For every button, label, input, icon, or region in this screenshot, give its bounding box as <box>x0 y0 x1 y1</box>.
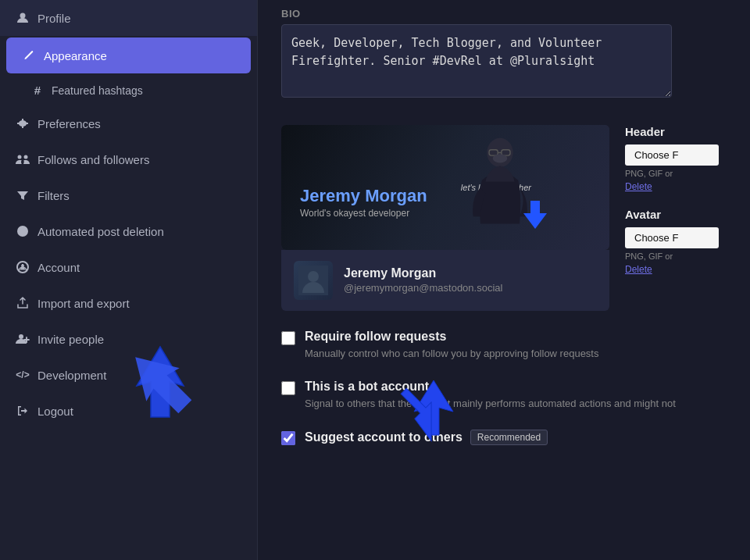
choose-header-button[interactable]: Choose F <box>625 144 719 166</box>
bio-label: BIO <box>281 8 727 20</box>
sidebar-item-profile[interactable]: Profile <box>0 0 257 36</box>
profile-card-info: Jeremy Morgan @jeremymorgan@mastodon.soc… <box>344 266 502 294</box>
suggest-account-label[interactable]: Suggest account to others Recommended <box>305 430 548 445</box>
checkbox-item-suggest: Suggest account to others Recommended <box>281 430 727 445</box>
account-icon <box>16 260 30 274</box>
checkbox-section: Require follow requests Manually control… <box>281 330 727 445</box>
avatar-inner <box>294 261 333 300</box>
sidebar-label-follows-followers: Follows and followers <box>38 153 149 166</box>
bot-account-text: This is a bot account Signal to others t… <box>305 380 676 411</box>
logout-icon <box>16 404 30 418</box>
sidebar-item-appearance[interactable]: Appearance <box>6 37 251 73</box>
sidebar-item-logout[interactable]: Logout <box>0 393 257 429</box>
avatar-section-label: Avatar <box>625 208 727 221</box>
banner-down-arrow <box>523 201 547 234</box>
sidebar-item-development[interactable]: </> Development <box>0 357 257 393</box>
profile-icon <box>16 11 30 25</box>
svg-point-1 <box>18 155 22 159</box>
import-export-icon <box>16 296 30 310</box>
require-follow-desc: Manually control who can follow you by a… <box>305 347 598 361</box>
hashtag-icon: # <box>31 84 44 97</box>
suggest-account-text: Suggest account to others Recommended <box>305 430 548 445</box>
invite-icon <box>16 332 30 346</box>
sidebar-label-featured-hashtags: Featured hashtags <box>52 84 143 97</box>
banner-area: Jeremy Morgan World's okayest developer … <box>281 125 609 311</box>
header-delete-link[interactable]: Delete <box>625 181 727 192</box>
sidebar-label-automated-post-deletion: Automated post deletion <box>38 225 164 238</box>
avatar <box>294 261 333 300</box>
banner-preview: Jeremy Morgan World's okayest developer … <box>281 125 609 250</box>
main-content: BIO Geek, Developer, Tech Blogger, and V… <box>258 0 750 560</box>
sidebar-item-import-export[interactable]: Import and export <box>0 285 257 321</box>
require-follow-text: Require follow requests Manually control… <box>305 330 598 361</box>
sidebar-item-featured-hashtags[interactable]: # Featured hashtags <box>0 75 257 105</box>
bot-account-label[interactable]: This is a bot account <box>305 380 676 394</box>
preferences-icon <box>16 116 30 130</box>
bio-textarea[interactable]: Geek, Developer, Tech Blogger, and Volun… <box>281 24 672 98</box>
bot-account-checkbox[interactable] <box>281 381 295 395</box>
avatar-delete-link[interactable]: Delete <box>625 264 727 275</box>
follows-icon <box>16 152 30 166</box>
sidebar-label-appearance: Appearance <box>44 49 107 62</box>
auto-delete-icon <box>16 224 30 238</box>
header-section-label: Header <box>625 125 727 138</box>
svg-point-0 <box>20 13 26 19</box>
profile-section: Jeremy Morgan World's okayest developer … <box>281 125 727 311</box>
banner-subtitle: World's okayest developer <box>300 208 427 219</box>
sidebar-label-filters: Filters <box>38 189 70 202</box>
banner-text-area: Jeremy Morgan World's okayest developer <box>300 186 427 219</box>
suggest-label-text: Suggest account to others <box>305 430 462 444</box>
right-panel: Header Choose F PNG, GIF or Delete Avata… <box>625 125 727 311</box>
banner-name: Jeremy Morgan <box>300 186 427 206</box>
header-file-hint: PNG, GIF or <box>625 169 727 178</box>
sidebar-item-automated-post-deletion[interactable]: Automated post deletion <box>0 213 257 249</box>
sidebar-item-filters[interactable]: Filters <box>0 177 257 213</box>
appearance-icon <box>22 48 36 62</box>
profile-card: Jeremy Morgan @jeremymorgan@mastodon.soc… <box>281 250 609 311</box>
avatar-file-hint: PNG, GIF or <box>625 251 727 261</box>
profile-card-name: Jeremy Morgan <box>344 266 502 280</box>
checkbox-item-require-follow: Require follow requests Manually control… <box>281 330 727 361</box>
sidebar-item-follows-followers[interactable]: Follows and followers <box>0 141 257 177</box>
sidebar: Profile Appearance # Featured hashtags P… <box>0 0 258 560</box>
sidebar-label-development: Development <box>38 369 106 382</box>
sidebar-item-preferences[interactable]: Preferences <box>0 105 257 141</box>
svg-point-6 <box>19 334 23 339</box>
filters-icon <box>16 188 30 202</box>
sidebar-label-profile: Profile <box>38 12 71 25</box>
checkbox-item-bot: This is a bot account Signal to others t… <box>281 380 727 411</box>
sidebar-item-account[interactable]: Account <box>0 249 257 285</box>
bot-account-desc: Signal to others that the account mainly… <box>305 397 676 411</box>
svg-point-5 <box>22 265 24 267</box>
sidebar-label-preferences: Preferences <box>38 117 101 130</box>
profile-card-handle: @jeremymorgan@mastodon.social <box>344 282 502 294</box>
svg-marker-14 <box>523 201 547 229</box>
main-inner: BIO Geek, Developer, Tech Blogger, and V… <box>258 0 750 487</box>
sidebar-label-logout: Logout <box>38 405 73 418</box>
development-icon: </> <box>16 368 30 382</box>
sidebar-label-invite-people: Invite people <box>38 333 104 346</box>
svg-point-13 <box>493 154 508 162</box>
svg-point-16 <box>308 271 319 282</box>
choose-avatar-button[interactable]: Choose F <box>625 227 719 248</box>
require-follow-checkbox[interactable] <box>281 331 295 345</box>
suggest-account-checkbox[interactable] <box>281 431 295 445</box>
bio-section: BIO Geek, Developer, Tech Blogger, and V… <box>281 8 727 112</box>
sidebar-label-import-export: Import and export <box>38 297 130 310</box>
sidebar-item-invite-people[interactable]: Invite people <box>0 321 257 357</box>
sidebar-label-account: Account <box>38 261 80 274</box>
require-follow-label[interactable]: Require follow requests <box>305 330 598 344</box>
recommended-badge: Recommended <box>470 430 548 445</box>
svg-point-2 <box>24 155 28 159</box>
